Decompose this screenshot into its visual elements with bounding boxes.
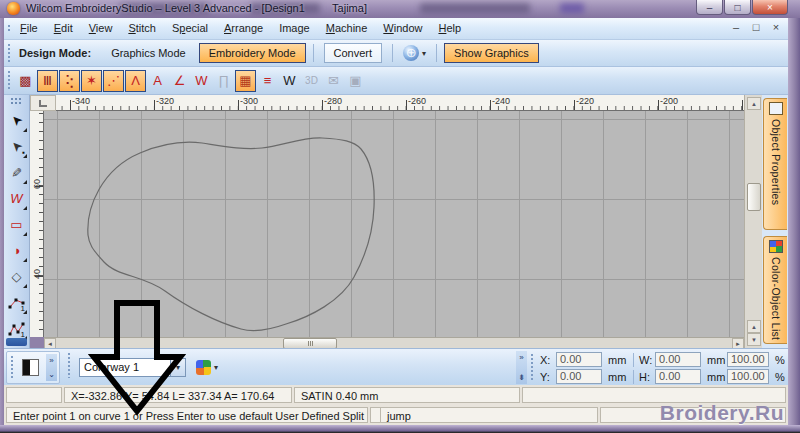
- menu-help[interactable]: Help: [430, 19, 469, 37]
- ruler-origin-button[interactable]: [30, 95, 56, 111]
- minimize-button[interactable]: –: [696, 0, 723, 15]
- toolbar-grip[interactable]: [7, 43, 11, 63]
- separator: [633, 353, 634, 367]
- flyout-corner-icon: [23, 180, 27, 184]
- embroidery-mode-button[interactable]: Embroidery Mode: [199, 43, 306, 63]
- scale-width-field[interactable]: 100.00: [727, 352, 769, 367]
- step-effect-icon[interactable]: ∠: [169, 70, 190, 92]
- menu-window[interactable]: Window: [375, 19, 430, 37]
- menu-view[interactable]: View: [81, 19, 121, 37]
- v-ruler-label: 40: [32, 267, 42, 281]
- tool-list: ➤➤▪✎W▭◑◇11: [4, 108, 29, 341]
- tatami-fill-icon[interactable]: ⢕: [59, 70, 80, 92]
- chevron-down-icon: ⌄: [46, 370, 57, 379]
- scroll-down-button[interactable]: ▼: [747, 333, 761, 346]
- mdi-restore-button[interactable]: □: [750, 21, 762, 33]
- ruler-corner-icon: [39, 100, 47, 107]
- fill-shape-tool[interactable]: ▭: [5, 212, 28, 237]
- knife-tool[interactable]: ✎: [5, 160, 28, 185]
- menu-special[interactable]: Special: [164, 19, 216, 37]
- toolbar-grip[interactable]: [7, 70, 11, 91]
- transform-panel: » ⇟ X: 0.00 mm W: 0.00 mm 100.00 % Y: 0.…: [516, 349, 788, 386]
- convert-button[interactable]: Convert: [324, 43, 383, 63]
- background-blur: [420, 3, 530, 13]
- title-bar: Wilcom EmbroideryStudio – Level 3 Advanc…: [0, 0, 800, 18]
- show-graphics-button[interactable]: Show Graphics: [444, 43, 539, 63]
- satin-fill-icon[interactable]: Ⅲ: [37, 70, 58, 92]
- colorway-editor-icon[interactable]: [196, 360, 211, 375]
- menu-file[interactable]: File: [12, 19, 46, 37]
- weave-effect-icon[interactable]: ≡: [257, 70, 278, 92]
- window-title: Wilcom EmbroideryStudio – Level 3 Advanc…: [26, 2, 367, 14]
- fancy-fill-icon[interactable]: ⋰: [103, 70, 124, 92]
- y-field[interactable]: 0.00: [556, 369, 602, 384]
- menu-items: FileEditViewStitchSpecialArrangeImageMac…: [12, 19, 469, 37]
- color-wheel-tool[interactable]: ◑: [5, 238, 28, 263]
- stitch-angles-icon[interactable]: W: [279, 70, 300, 92]
- 3d-effect-icon: 3D: [301, 70, 322, 92]
- status-travel-mode: jump: [380, 407, 598, 423]
- h-ruler-label: -200: [660, 96, 678, 106]
- basket-effect-icon: ▣: [345, 70, 366, 92]
- motif-grid-icon[interactable]: ▩: [15, 70, 36, 92]
- motif-fill-icon[interactable]: ✶: [81, 70, 102, 92]
- toolbar-grip[interactable]: [7, 24, 11, 33]
- gradient-fill-icon[interactable]: A: [147, 70, 168, 92]
- h-ruler-label: -220: [576, 96, 594, 106]
- flyout-corner-icon: [23, 310, 27, 314]
- scroll-up-button-2[interactable]: ▲: [747, 320, 761, 333]
- open-shape-tool[interactable]: 1: [5, 290, 28, 315]
- scroll-up-button[interactable]: ▲: [747, 97, 761, 110]
- h-ruler-label: -260: [408, 96, 426, 106]
- tab-object-properties[interactable]: Object Properties: [763, 98, 787, 230]
- toolbar-grip[interactable]: [530, 353, 534, 382]
- w-field[interactable]: 0.00: [655, 352, 701, 367]
- toolbar-grip[interactable]: [67, 352, 71, 378]
- flyout-corner-icon: [23, 128, 27, 132]
- h-ruler-label: -300: [240, 96, 258, 106]
- panel-overflow-button[interactable]: » ⇟: [516, 351, 527, 384]
- menu-arrange[interactable]: Arrange: [216, 19, 271, 37]
- select-tool[interactable]: ➤: [5, 108, 28, 133]
- palette-overflow-button[interactable]: » ⌄: [46, 354, 57, 381]
- contour-fill-icon[interactable]: Λ: [125, 70, 146, 92]
- pattern-stamp-icon[interactable]: ▦: [235, 70, 256, 92]
- menu-stitch[interactable]: Stitch: [120, 19, 164, 37]
- separator: [633, 370, 634, 384]
- dropdown-arrow-icon[interactable]: ▾: [214, 363, 218, 372]
- menu-machine[interactable]: Machine: [318, 19, 376, 37]
- menu-edit[interactable]: Edit: [46, 19, 81, 37]
- tab-label: Color-Object List: [770, 257, 782, 340]
- h-field[interactable]: 0.00: [655, 369, 701, 384]
- tab-color-object-list[interactable]: Color-Object List: [763, 236, 787, 344]
- toolbar-grip[interactable]: [10, 355, 14, 379]
- lettering-tool[interactable]: W: [5, 186, 28, 211]
- current-color-swatch-icon[interactable]: [22, 359, 39, 376]
- x-field[interactable]: 0.00: [556, 352, 602, 367]
- object-properties-icon: [769, 102, 783, 115]
- window-border-bottom: [0, 425, 800, 433]
- close-button[interactable]: ×: [752, 0, 788, 15]
- reshape-tool[interactable]: ➤▪: [5, 134, 28, 159]
- mdi-close-button[interactable]: ×: [770, 21, 782, 33]
- annotation-arrow-down: [88, 293, 188, 419]
- design-mode-toolbar: Design Mode: Graphics Mode Embroidery Mo…: [4, 40, 788, 67]
- v-ruler-label: 60: [32, 177, 42, 191]
- zigzag-effect-icon[interactable]: W: [191, 70, 212, 92]
- graphics-mode-button[interactable]: Graphics Mode: [101, 43, 196, 63]
- dropdown-arrow-icon: ▾: [422, 49, 426, 58]
- vertical-scrollbar[interactable]: ▲ ▲ ▼: [744, 95, 762, 348]
- maximize-button[interactable]: □: [724, 0, 751, 15]
- closed-shape-tool[interactable]: ◇: [5, 264, 28, 289]
- tab-label: Object Properties: [770, 119, 782, 205]
- vertical-scroll-thumb[interactable]: [747, 183, 761, 211]
- globe-icon: ⊕: [403, 45, 419, 61]
- hoop-globe-dropdown[interactable]: ⊕ ▾: [403, 45, 426, 61]
- toolbox: ➤➤▪✎W▭◑◇11: [4, 95, 30, 348]
- toolbar-grip[interactable]: [10, 97, 23, 106]
- mm-unit: mm: [701, 354, 727, 366]
- scale-height-field[interactable]: 100.00: [727, 369, 769, 384]
- page-down-icon: ⇟: [516, 373, 527, 382]
- menu-image[interactable]: Image: [271, 19, 318, 37]
- mdi-minimize-button[interactable]: –: [730, 21, 742, 33]
